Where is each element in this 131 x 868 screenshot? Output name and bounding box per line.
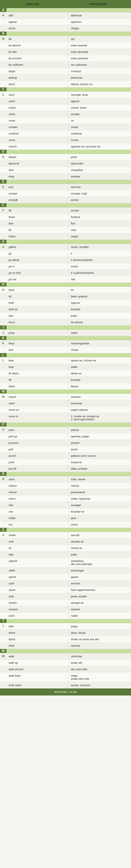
row-letter-col bbox=[0, 446, 6, 453]
section-G: G bbox=[0, 240, 131, 244]
table-row: stop parar, acabar bbox=[0, 593, 131, 599]
row-letter-col bbox=[0, 599, 6, 606]
row-portuguese: carregar, levar bbox=[69, 92, 131, 98]
row-portuguese: ir a pé/caminhando bbox=[69, 270, 131, 276]
row-letter-col bbox=[0, 370, 6, 376]
row-english: be present bbox=[6, 55, 69, 61]
table-row: punch golpear (com socos) bbox=[0, 453, 131, 459]
section-en-col bbox=[6, 649, 69, 653]
row-portuguese: cavalgar bbox=[69, 502, 131, 508]
row-english: run bbox=[6, 521, 69, 528]
table-row: P pass passar bbox=[0, 427, 131, 433]
row-letter-col bbox=[0, 466, 6, 472]
section-M: M bbox=[0, 390, 131, 394]
entry-letter: F bbox=[2, 209, 4, 212]
row-portuguese: apanhar, pegar bbox=[69, 433, 131, 439]
section-pt-col bbox=[69, 472, 131, 475]
section-letter: D bbox=[2, 150, 4, 154]
table-row: go along ir por/acompanhar bbox=[0, 257, 131, 263]
row-portuguese: seguir adiante bbox=[69, 407, 131, 413]
entry-letter: R bbox=[2, 478, 4, 481]
row-portuguese: agarrar bbox=[69, 98, 131, 104]
section-en-col bbox=[6, 326, 69, 329]
row-english: follow bbox=[6, 233, 69, 240]
table-row: F fill encher bbox=[0, 207, 131, 214]
table-row: tiptoe andar na ponta dos pés bbox=[0, 636, 131, 643]
row-english: stretch bbox=[6, 599, 69, 606]
row-english: lean bbox=[6, 357, 69, 364]
section-R: R bbox=[0, 472, 131, 476]
table-row: hurry ter pressa bbox=[0, 319, 131, 326]
row-portuguese: andar na ponta dos pés bbox=[69, 636, 131, 642]
table-row: go ir bbox=[0, 250, 131, 257]
row-portuguese: descender bbox=[69, 160, 131, 166]
table-row: E end terminar bbox=[0, 184, 131, 190]
footer-label: INCRIVEL.CLUB bbox=[54, 691, 77, 693]
section-pt-col bbox=[69, 528, 131, 531]
row-letter-col bbox=[0, 636, 6, 642]
table-row: arrive chegar bbox=[0, 25, 131, 32]
row-english: be late bbox=[6, 49, 69, 55]
row-english: lift bbox=[6, 377, 69, 383]
section-en-col bbox=[6, 619, 69, 623]
row-letter-col bbox=[0, 400, 6, 406]
row-portuguese: reunir, recolher bbox=[69, 244, 131, 250]
row-portuguese: empurrar bbox=[69, 459, 131, 465]
row-english: depart bbox=[6, 154, 69, 160]
section-F: F bbox=[0, 203, 131, 207]
row-letter-col bbox=[0, 453, 6, 459]
section-pt-col bbox=[69, 336, 131, 340]
section-letter-col: G bbox=[0, 240, 6, 243]
row-portuguese: cruzar bbox=[69, 137, 131, 143]
section-en-col bbox=[6, 240, 69, 243]
table-row: cease cessar, parar bbox=[0, 104, 131, 111]
table-row: C carry carregar, levar bbox=[0, 92, 131, 98]
row-english: hop bbox=[6, 313, 69, 319]
section-pt-col bbox=[69, 88, 131, 91]
row-portuguese: alongar-se bbox=[69, 599, 131, 606]
section-pt-col bbox=[69, 353, 131, 357]
table-row: swim nadar bbox=[0, 613, 131, 619]
section-letter: H bbox=[2, 283, 4, 286]
row-portuguese: saltar bbox=[69, 364, 131, 370]
section-pt-col bbox=[69, 423, 131, 426]
row-portuguese: segurar bbox=[69, 300, 131, 306]
row-portuguese: pertencer bbox=[69, 74, 131, 81]
row-portuguese: puxar bbox=[69, 446, 131, 453]
table-row: kick chutar bbox=[0, 347, 131, 353]
section-E: E bbox=[0, 180, 131, 184]
row-english: cease bbox=[6, 104, 69, 111]
row-letter-col bbox=[0, 300, 6, 306]
table-row: exclude excluir bbox=[0, 197, 131, 203]
table-body: A A add adicionar appear aparecer arrive… bbox=[0, 8, 131, 688]
row-letter-col bbox=[0, 629, 6, 636]
row-portuguese: marchar bbox=[69, 394, 131, 400]
row-letter-col bbox=[0, 19, 6, 25]
row-letter-col bbox=[0, 502, 6, 508]
row-english: continue bbox=[6, 130, 69, 136]
row-english: hold up bbox=[6, 306, 69, 312]
table-row: walk back voltar, andar para trás bbox=[0, 673, 131, 682]
row-english: track bbox=[6, 643, 69, 649]
row-portuguese: adicionar bbox=[69, 12, 131, 19]
row-portuguese: saltar bbox=[69, 330, 131, 336]
table-row: follow seguir bbox=[0, 233, 131, 240]
row-portuguese: ter bbox=[69, 287, 131, 293]
row-english: rise bbox=[6, 508, 69, 515]
header-portuguese: PORTUGUÊS bbox=[66, 0, 131, 8]
entry-letter: W bbox=[2, 655, 4, 658]
row-english: take bbox=[6, 623, 69, 629]
section-K: K bbox=[0, 336, 131, 340]
row-letter-col: F bbox=[0, 207, 6, 214]
row-letter-col bbox=[0, 130, 6, 136]
row-letter-col: M bbox=[0, 394, 6, 400]
row-portuguese: permanecer bbox=[69, 489, 131, 495]
row-english: flow bbox=[6, 220, 69, 226]
row-english: jump bbox=[6, 330, 69, 336]
row-letter-col bbox=[0, 558, 6, 567]
section-letter-col: H bbox=[0, 283, 6, 286]
row-portuguese: chutar bbox=[69, 347, 131, 353]
row-letter-col bbox=[0, 643, 6, 649]
row-portuguese: levantar bbox=[69, 377, 131, 383]
row-letter-col: E bbox=[0, 184, 6, 190]
